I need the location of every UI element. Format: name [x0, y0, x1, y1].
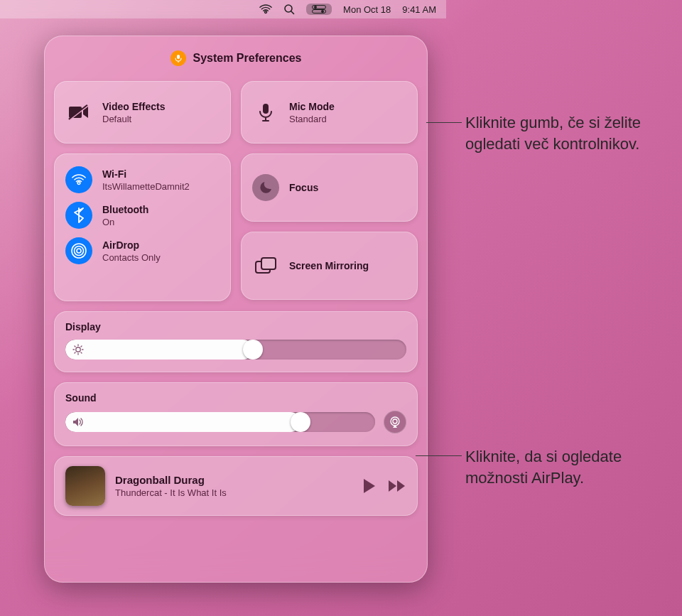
- focus-title: Focus: [289, 182, 318, 193]
- bluetooth-title: Bluetooth: [102, 204, 148, 215]
- menubar-time[interactable]: 9:41 AM: [402, 4, 436, 15]
- wifi-control[interactable]: Wi-Fi ItsWillametteDamnit2: [65, 162, 220, 198]
- connectivity-tile[interactable]: Wi-Fi ItsWillametteDamnit2 Bluetooth On: [54, 153, 231, 301]
- airplay-audio-icon: [389, 416, 401, 428]
- svg-point-15: [76, 347, 80, 352]
- speaker-icon: [72, 417, 84, 427]
- wifi-title: Wi-Fi: [102, 168, 190, 180]
- mic-mode-tile[interactable]: Mic Mode Standard: [241, 81, 418, 144]
- mic-mode-title: Mic Mode: [289, 101, 335, 112]
- airdrop-subtitle: Contacts Only: [102, 252, 161, 263]
- bluetooth-control[interactable]: Bluetooth On: [65, 198, 220, 233]
- mic-mode-subtitle: Standard: [289, 114, 335, 124]
- video-effects-tile[interactable]: Video Effects Default: [54, 81, 231, 144]
- wifi-menubar-icon[interactable]: [259, 4, 272, 14]
- album-art: [65, 466, 105, 506]
- control-center-panel: System Preferences Video Effects Default…: [44, 36, 428, 583]
- callout-leader-1: [426, 122, 462, 123]
- svg-rect-9: [263, 104, 269, 114]
- svg-point-11: [75, 247, 84, 256]
- callout-mic-mode: Kliknite gumb, če si želite ogledati več…: [465, 112, 678, 154]
- callout-leader-2: [416, 455, 462, 456]
- airplay-audio-button[interactable]: [384, 411, 406, 433]
- video-effects-title: Video Effects: [102, 101, 165, 112]
- airdrop-title: AirDrop: [102, 239, 161, 251]
- wifi-icon[interactable]: [65, 166, 92, 193]
- moon-icon[interactable]: [252, 174, 279, 201]
- brightness-icon: [72, 344, 84, 355]
- screen-mirroring-title: Screen Mirroring: [289, 260, 369, 271]
- volume-slider[interactable]: [65, 412, 375, 432]
- play-button[interactable]: [362, 478, 377, 494]
- display-title: Display: [65, 321, 406, 333]
- screen-mirroring-tile[interactable]: Screen Mirroring: [241, 232, 418, 300]
- svg-point-16: [393, 419, 397, 423]
- svg-rect-5: [177, 55, 180, 59]
- menubar: Mon Oct 18 9:41 AM: [0, 0, 446, 18]
- svg-point-17: [391, 417, 399, 426]
- callout-airplay: Kliknite, da si ogledate možnosti AirPla…: [465, 446, 678, 488]
- track-title: Dragonball Durag: [115, 474, 352, 486]
- screen-mirroring-icon: [252, 252, 279, 279]
- microphone-icon: [252, 99, 279, 126]
- svg-rect-14: [261, 258, 276, 269]
- next-button[interactable]: [388, 480, 406, 492]
- header-row: System Preferences: [54, 45, 418, 71]
- airdrop-control[interactable]: AirDrop Contacts Only: [65, 233, 220, 269]
- control-center-menubar-icon[interactable]: [306, 4, 332, 15]
- svg-point-10: [77, 249, 81, 253]
- search-menubar-icon[interactable]: [283, 4, 295, 15]
- video-effects-subtitle: Default: [102, 114, 165, 124]
- sound-title: Sound: [65, 392, 406, 404]
- brightness-slider[interactable]: [65, 340, 406, 360]
- display-tile[interactable]: Display: [54, 311, 418, 372]
- header-app-name: System Preferences: [193, 52, 302, 65]
- camera-off-icon: [65, 99, 92, 126]
- sound-tile[interactable]: Sound: [54, 382, 418, 446]
- menubar-date[interactable]: Mon Oct 18: [343, 4, 391, 15]
- focus-tile[interactable]: Focus: [241, 153, 418, 222]
- airdrop-icon[interactable]: [65, 237, 92, 264]
- track-artist: Thundercat - It Is What It Is: [115, 487, 352, 498]
- bluetooth-subtitle: On: [102, 217, 148, 227]
- bluetooth-icon[interactable]: [65, 202, 92, 229]
- wifi-subtitle: ItsWillametteDamnit2: [102, 181, 190, 192]
- svg-point-3: [314, 6, 317, 9]
- now-playing-tile[interactable]: Dragonball Durag Thundercat - It Is What…: [54, 456, 418, 516]
- svg-point-4: [321, 10, 324, 13]
- microphone-indicator-icon: [170, 50, 186, 66]
